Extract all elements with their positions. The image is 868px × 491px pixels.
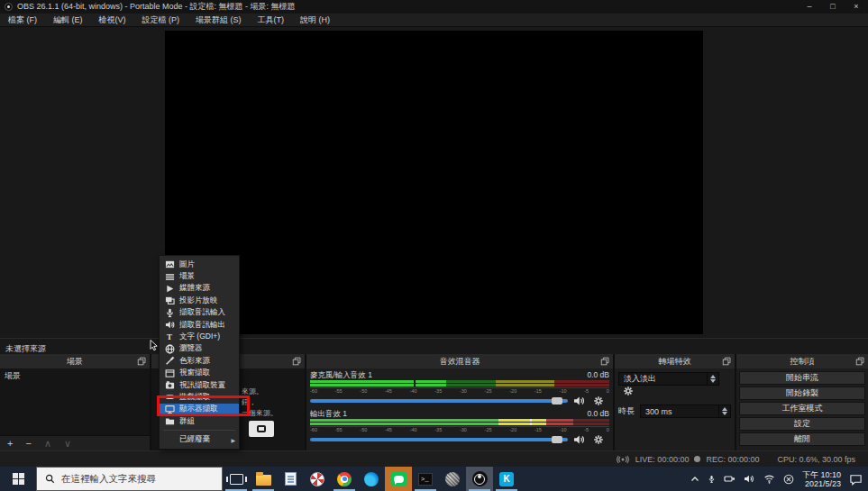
taskbar-app-pinwheel-app[interactable]	[304, 467, 331, 491]
controls-dock: 控制項 開始串流開始錄製工作室模式設定離開	[736, 354, 868, 450]
menu-item-投影片放映[interactable]: 投影片放映	[160, 295, 239, 306]
tray-usb-device-icon[interactable]	[724, 475, 736, 483]
volume-slider-handle[interactable]	[552, 436, 562, 443]
rec-dot-icon	[694, 456, 700, 462]
control-button-1[interactable]: 開始錄製	[739, 386, 865, 400]
preview-canvas[interactable]	[165, 31, 703, 334]
volume-meter	[310, 419, 609, 425]
taskbar-search-input[interactable]: 在這裡輸入文字來搜尋	[36, 467, 223, 491]
menu-item-文字 (GDI+)[interactable]: T文字 (GDI+)	[160, 331, 239, 342]
slideshow-icon	[164, 296, 175, 305]
dock-float-icon[interactable]	[722, 357, 731, 366]
sphere-app-icon	[445, 472, 460, 486]
tray-mic-icon[interactable]	[708, 474, 716, 485]
taskbar-app-notepad[interactable]	[277, 467, 304, 491]
taskbar-app-kkbox[interactable]: K	[493, 467, 520, 491]
minimize-button[interactable]: –	[798, 0, 821, 14]
mute-speaker-icon[interactable]	[573, 434, 586, 445]
add-source-context-menu: 圖片場景媒體來源投影片放映擷取音訊輸入擷取音訊輸出T文字 (GDI+)瀏覽器色彩…	[159, 255, 240, 450]
mixer-channel: 輸出音效 10.0 dB-60-55-50-45-40-35-30-25-20-…	[310, 409, 609, 445]
menu-item-擷取音訊輸入[interactable]: 擷取音訊輸入	[160, 307, 239, 319]
scene-list[interactable]: 場景	[0, 368, 150, 435]
volume-slider-handle[interactable]	[552, 397, 562, 405]
taskbar-app-chrome[interactable]	[331, 467, 358, 491]
menu-item-瀏覽器[interactable]: 瀏覽器	[160, 343, 239, 355]
taskbar-app-line-app[interactable]	[385, 467, 412, 491]
controls-dock-header[interactable]: 控制項	[736, 354, 868, 368]
cpu-fps-stats: CPU: 0.6%, 30.00 fps	[777, 455, 855, 464]
volume-slider[interactable]	[310, 399, 568, 403]
menu-item-2[interactable]: 檢視(V)	[91, 14, 134, 27]
obs-icon	[472, 471, 488, 486]
menu-item-label: 圖片	[179, 259, 195, 270]
menu-item-圖片[interactable]: 圖片	[160, 259, 239, 270]
volume-slider[interactable]	[310, 438, 568, 441]
menu-item-視訊擷取裝置[interactable]: 視訊擷取裝置	[160, 379, 239, 391]
taskbar-app-edge[interactable]	[358, 467, 385, 491]
menu-item-視窗擷取[interactable]: 視窗擷取	[160, 368, 239, 379]
tray-volume-icon[interactable]	[744, 474, 755, 484]
transitions-dock-header[interactable]: 轉場特效	[615, 354, 735, 368]
control-button-3[interactable]: 設定	[739, 417, 865, 431]
dock-float-icon[interactable]	[137, 357, 146, 366]
action-center-icon[interactable]	[849, 473, 863, 486]
move-scene-down-button[interactable]: ∨	[64, 437, 71, 450]
channel-name: 輸出音效 1	[310, 409, 347, 419]
combo-spinner[interactable]	[707, 373, 718, 385]
channel-settings-gear-icon[interactable]	[593, 434, 604, 445]
taskbar-app-obs[interactable]	[466, 467, 493, 491]
menu-item-label: 視窗擷取	[179, 368, 210, 378]
menu-item-已經廢棄[interactable]: 已經廢棄▶	[160, 433, 239, 445]
maximize-button[interactable]: □	[821, 0, 845, 14]
clock-time: 下午 10:10	[802, 470, 841, 479]
menu-item-擷取音訊輸出[interactable]: 擷取音訊輸出	[160, 319, 239, 331]
menu-item-4[interactable]: 場景群組 (S)	[187, 14, 250, 27]
menu-item-1[interactable]: 編輯 (E)	[45, 14, 91, 27]
control-button-2[interactable]: 工作室模式	[739, 402, 865, 415]
transition-settings-gear-icon[interactable]	[623, 386, 636, 399]
edge-icon	[364, 472, 379, 486]
menu-item-3[interactable]: 設定檔 (P)	[134, 14, 188, 27]
image-icon	[164, 259, 175, 269]
tray-disconnect-icon[interactable]	[783, 474, 794, 485]
clock-date: 2021/5/23	[802, 479, 841, 488]
taskbar-clock[interactable]: 下午 10:10 2021/5/23	[802, 470, 841, 488]
menu-item-場景[interactable]: 場景	[160, 270, 239, 282]
dock-float-icon[interactable]	[855, 357, 864, 366]
channel-settings-gear-icon[interactable]	[593, 396, 604, 406]
color-source-icon	[164, 356, 175, 366]
menu-item-色彩來源[interactable]: 色彩來源	[160, 355, 239, 367]
menu-item-0[interactable]: 檔案 (F)	[0, 14, 45, 27]
duration-spinner[interactable]	[718, 405, 730, 417]
start-button[interactable]	[0, 467, 36, 491]
taskbar-app-task-view[interactable]	[223, 467, 250, 491]
channel-db-value: 0.0 dB	[587, 409, 609, 419]
mixer-dock-header[interactable]: 音效混音器	[306, 354, 613, 368]
taskbar-app-terminal[interactable]: >_	[412, 467, 439, 491]
scenes-dock-header[interactable]: 場景	[0, 354, 150, 368]
search-icon	[45, 474, 55, 484]
taskbar-app-sphere-app[interactable]	[439, 467, 466, 491]
meter-scale: -60-55-50-45-40-35-30-25-20-15-10-50	[310, 426, 609, 432]
scene-list-item[interactable]: 場景	[0, 368, 150, 384]
taskbar-app-file-explorer[interactable]	[250, 467, 277, 491]
remove-scene-button[interactable]: −	[25, 437, 31, 450]
close-button[interactable]: ×	[845, 0, 868, 14]
task-view-icon	[230, 474, 243, 485]
tray-wifi-icon[interactable]	[763, 474, 775, 484]
rec-time: REC: 00:00:00	[706, 455, 759, 464]
menu-item-群組[interactable]: 群組	[160, 415, 239, 427]
dock-float-icon[interactable]	[292, 357, 301, 366]
dock-float-icon[interactable]	[600, 357, 609, 366]
menu-item-5[interactable]: 工具(T)	[250, 14, 293, 27]
mute-speaker-icon[interactable]	[573, 396, 586, 406]
duration-spinbox[interactable]: 300 ms	[640, 405, 731, 418]
menu-item-媒體來源[interactable]: 媒體來源	[160, 283, 239, 295]
add-scene-button[interactable]: +	[7, 437, 13, 450]
tray-expand-chevron-icon[interactable]	[690, 476, 699, 483]
control-button-4[interactable]: 離開	[739, 432, 865, 446]
control-button-0[interactable]: 開始串流	[739, 371, 865, 385]
move-scene-up-button[interactable]: ∧	[44, 437, 51, 450]
transition-select[interactable]: 淡入淡出	[618, 372, 719, 386]
menu-item-6[interactable]: 說明 (H)	[292, 14, 338, 27]
